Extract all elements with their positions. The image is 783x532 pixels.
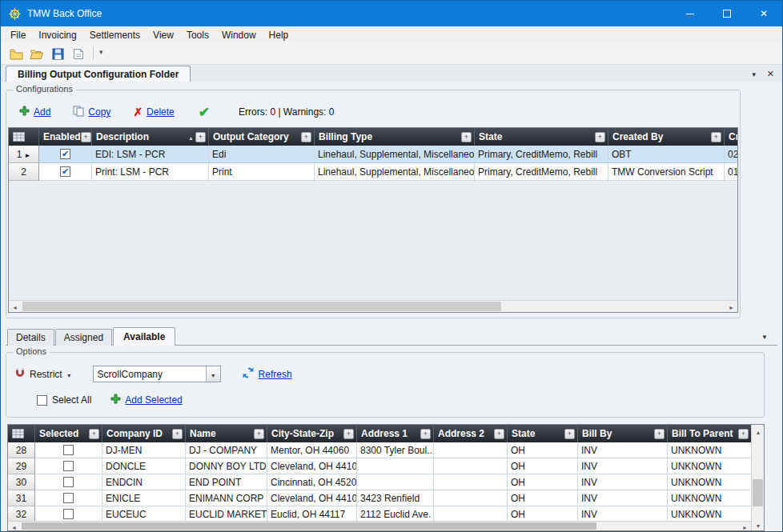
new-icon[interactable] bbox=[7, 45, 25, 62]
column-filter-icon[interactable] bbox=[654, 429, 665, 439]
menu-tools[interactable]: Tools bbox=[180, 28, 215, 42]
select-all-checkbox[interactable]: Select All bbox=[37, 394, 91, 406]
column-filter-icon[interactable] bbox=[301, 132, 311, 142]
menu-window[interactable]: Window bbox=[215, 28, 263, 42]
column-header-state[interactable]: State bbox=[475, 128, 608, 146]
column-header-output-category[interactable]: Output Category bbox=[209, 128, 315, 146]
menu-view[interactable]: View bbox=[147, 28, 180, 42]
column-header-created-by[interactable]: Created By bbox=[608, 128, 725, 146]
selected-checkbox[interactable] bbox=[63, 509, 74, 519]
scroll-up-button[interactable] bbox=[752, 425, 765, 437]
toolbar-overflow-icon[interactable] bbox=[99, 48, 103, 59]
tab-details[interactable]: Details bbox=[7, 329, 54, 346]
column-header-description[interactable]: Description bbox=[92, 128, 209, 146]
column-filter-icon[interactable] bbox=[461, 132, 472, 142]
menu-invoicing[interactable]: Invoicing bbox=[32, 28, 82, 42]
scroll-down-button[interactable] bbox=[752, 518, 765, 530]
available-grid-hscrollbar[interactable] bbox=[8, 521, 751, 530]
tab-list-dropdown-icon[interactable] bbox=[751, 68, 757, 79]
scrollbar-track[interactable] bbox=[20, 522, 739, 530]
tab-close-icon[interactable] bbox=[767, 68, 774, 79]
selected-checkbox[interactable] bbox=[63, 493, 74, 503]
row-selector[interactable]: 30 bbox=[8, 474, 35, 490]
tab-available[interactable]: Available bbox=[113, 327, 175, 346]
company-row[interactable]: 29 DONCLE DONNY BOY LTD Cleveland, OH 44… bbox=[8, 458, 751, 474]
column-filter-icon[interactable] bbox=[494, 429, 504, 439]
column-header-bill-by[interactable]: Bill By bbox=[578, 425, 668, 442]
restrict-dropdown-button[interactable]: Restrict bbox=[14, 367, 72, 381]
column-header-billing-type[interactable]: Billing Type bbox=[315, 128, 475, 146]
company-row[interactable]: 31 ENICLE ENIMANN CORP Cleveland, OH 441… bbox=[8, 490, 751, 506]
column-header-enabled[interactable]: Enabled bbox=[39, 128, 92, 146]
checkbox-icon[interactable] bbox=[37, 395, 47, 406]
row-selector[interactable]: 29 bbox=[8, 458, 35, 474]
scroll-right-button[interactable] bbox=[725, 301, 737, 313]
column-filter-icon[interactable] bbox=[420, 429, 431, 439]
column-header-address2[interactable]: Address 2 bbox=[434, 425, 508, 442]
column-filter-icon[interactable] bbox=[711, 132, 721, 142]
configurations-grid-hscrollbar[interactable] bbox=[9, 300, 737, 312]
add-button[interactable]: Add bbox=[19, 106, 50, 118]
menu-file[interactable]: File bbox=[4, 28, 32, 42]
row-selector[interactable]: 2 bbox=[9, 163, 39, 181]
row-selector[interactable]: 32 bbox=[8, 506, 35, 522]
company-row[interactable]: 32 EUCEUC EUCLID MARKETS Euclid, OH 4411… bbox=[8, 506, 751, 522]
column-filter-icon[interactable] bbox=[172, 429, 183, 439]
column-header-bill-to-parent[interactable]: Bill To Parent bbox=[668, 425, 751, 442]
column-filter-icon[interactable] bbox=[89, 429, 99, 439]
scrollbar-thumb[interactable] bbox=[22, 302, 501, 311]
export-document-icon[interactable] bbox=[70, 45, 87, 62]
tab-assigned[interactable]: Assigned bbox=[55, 329, 112, 346]
column-header-created-on[interactable]: Cr bbox=[725, 128, 737, 146]
selected-checkbox[interactable] bbox=[63, 477, 74, 487]
maximize-button[interactable] bbox=[709, 1, 745, 26]
column-filter-icon[interactable] bbox=[81, 132, 91, 142]
column-header-city-state-zip[interactable]: City-State-Zip bbox=[267, 425, 357, 442]
scroll-right-button[interactable] bbox=[739, 522, 751, 531]
available-grid-vscrollbar[interactable] bbox=[751, 425, 764, 530]
scrollbar-thumb[interactable] bbox=[22, 522, 596, 530]
close-button[interactable] bbox=[745, 1, 782, 26]
row-selector[interactable]: 1 bbox=[9, 146, 39, 163]
scrollbar-track[interactable] bbox=[752, 437, 764, 518]
column-filter-icon[interactable] bbox=[595, 132, 605, 142]
scrollbar-track[interactable] bbox=[21, 301, 725, 312]
refresh-button[interactable]: Refresh bbox=[242, 366, 292, 382]
column-header-name[interactable]: Name bbox=[186, 425, 267, 442]
selected-checkbox[interactable] bbox=[63, 445, 74, 455]
row-selector[interactable]: 28 bbox=[8, 442, 35, 458]
enabled-checkbox[interactable] bbox=[60, 166, 70, 177]
column-filter-icon[interactable] bbox=[738, 429, 749, 439]
selected-checkbox[interactable] bbox=[63, 461, 74, 471]
row-selector[interactable]: 31 bbox=[8, 490, 35, 506]
column-filter-icon[interactable] bbox=[195, 132, 206, 142]
column-header-address1[interactable]: Address 1 bbox=[357, 425, 434, 442]
scroll-left-button[interactable] bbox=[8, 522, 20, 531]
tab-billing-output-configuration-folder[interactable]: Billing Output Configuration Folder bbox=[6, 66, 191, 82]
menu-settlements[interactable]: Settlements bbox=[83, 28, 147, 42]
company-row[interactable]: 30 ENDCIN END POINT Cincinnati, OH 45201… bbox=[8, 474, 751, 490]
column-header-company-id[interactable]: Company ID bbox=[102, 425, 186, 442]
add-selected-button[interactable]: Add Selected bbox=[110, 394, 182, 406]
detail-tab-scroll-icon[interactable] bbox=[761, 330, 768, 342]
column-header-state[interactable]: State bbox=[508, 425, 578, 442]
scrollbar-thumb[interactable] bbox=[753, 479, 763, 506]
column-filter-icon[interactable] bbox=[343, 429, 354, 439]
configuration-row[interactable]: 1 EDI: LSM - PCR Edi Linehaul, Supplemen… bbox=[9, 146, 737, 163]
enabled-checkbox[interactable] bbox=[60, 149, 70, 159]
save-icon[interactable] bbox=[49, 45, 66, 62]
scroll-left-button[interactable] bbox=[9, 301, 21, 313]
company-row[interactable]: 28 DJ-MEN DJ - COMPANY Mentor, OH 44060 … bbox=[8, 442, 751, 458]
combobox-dropdown-button[interactable] bbox=[206, 366, 220, 382]
minimize-button[interactable] bbox=[672, 1, 709, 26]
column-header-selected[interactable]: Selected bbox=[35, 425, 102, 442]
grid-corner-button[interactable] bbox=[9, 128, 39, 146]
delete-button[interactable]: Delete bbox=[133, 106, 174, 118]
column-filter-icon[interactable] bbox=[254, 429, 264, 439]
menu-help[interactable]: Help bbox=[263, 28, 295, 42]
column-filter-icon[interactable] bbox=[564, 429, 575, 439]
open-folder-icon[interactable] bbox=[28, 45, 46, 62]
copy-button[interactable]: Copy bbox=[73, 106, 110, 119]
configuration-row[interactable]: 2 Print: LSM - PCR Print Linehaul, Suppl… bbox=[9, 163, 737, 181]
scroll-company-combobox[interactable]: ScrollCompany bbox=[93, 366, 221, 382]
